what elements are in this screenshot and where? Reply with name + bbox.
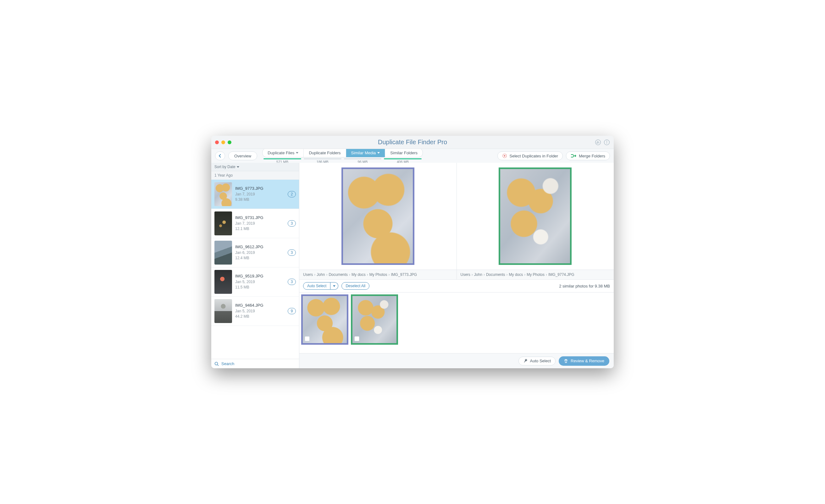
preview-image-right — [499, 167, 572, 265]
footer-auto-select-label: Auto Select — [530, 358, 551, 363]
tab-similar-folders[interactable]: Similar Folders — [385, 148, 423, 157]
wand-icon — [523, 359, 528, 363]
search-placeholder: Search — [221, 361, 234, 366]
back-button[interactable] — [215, 152, 225, 160]
file-size: 9.38 MB — [235, 197, 285, 202]
list-thumb — [214, 241, 232, 265]
review-remove-button[interactable]: Review & Remove — [559, 356, 609, 366]
zoom-window-icon[interactable] — [228, 141, 231, 144]
crumb[interactable]: My docs — [509, 272, 523, 277]
merge-folders-button[interactable]: Merge Folders — [566, 152, 610, 160]
preview-left[interactable] — [299, 163, 457, 270]
crumb[interactable]: My Photos — [369, 272, 387, 277]
breadcrumb-right[interactable]: Users›John›Documents›My docs›My Photos›I… — [457, 270, 614, 279]
auto-select-split: Auto Select — [303, 282, 338, 290]
similar-thumb[interactable] — [351, 295, 398, 345]
overview-button[interactable]: Overview — [228, 152, 257, 160]
svg-point-6 — [215, 362, 218, 365]
search-field[interactable]: Search — [211, 359, 299, 368]
svg-line-7 — [218, 365, 219, 366]
count-badge: 3 — [288, 220, 296, 227]
count-badge: 9 — [288, 308, 296, 314]
footer-auto-select-button[interactable]: Auto Select — [518, 357, 556, 365]
rss-icon[interactable] — [595, 139, 601, 146]
deselect-all-button[interactable]: Deselect All — [342, 282, 369, 290]
main-area: Sort by Date 1 Year Ago IMG_9773.JPGJan … — [211, 163, 614, 368]
selection-summary: 2 similar photos for 9.38 MB — [559, 284, 610, 288]
thumb-checkbox[interactable] — [305, 336, 310, 341]
chevron-down-icon — [237, 166, 239, 168]
file-name: IMG_9773.JPG — [235, 186, 285, 192]
crumb-sep: › — [326, 272, 327, 277]
crumb[interactable]: IMG_9773.JPG — [391, 272, 417, 277]
crumb-sep: › — [546, 272, 547, 277]
tab-label: Duplicate Files — [268, 151, 294, 155]
info-icon[interactable] — [604, 139, 610, 146]
auto-select-button[interactable]: Auto Select — [303, 282, 330, 290]
selection-actions: Auto Select Deselect All 2 similar photo… — [299, 280, 614, 292]
list-item[interactable]: IMG_9731.JPGJan 7, 201912.1 MB3 — [211, 209, 299, 238]
chevron-down-icon — [296, 152, 298, 154]
file-list[interactable]: IMG_9773.JPGJan 7, 20199.38 MB2IMG_9731.… — [211, 180, 299, 359]
file-name: IMG_9612.JPG — [235, 244, 285, 250]
crumb[interactable]: Users — [461, 272, 470, 277]
tab-duplicate-files[interactable]: Duplicate Files — [262, 148, 304, 157]
minimize-window-icon[interactable] — [221, 141, 225, 144]
chevron-down-icon — [333, 285, 335, 287]
list-item-info: IMG_9519.JPGJan 5, 201911.5 MB — [235, 273, 285, 290]
search-icon — [214, 362, 219, 366]
close-window-icon[interactable] — [215, 141, 219, 144]
window-controls — [215, 141, 231, 144]
svg-point-3 — [606, 141, 607, 141]
crumb[interactable]: My Photos — [527, 272, 544, 277]
select-duplicates-label: Select Duplicates in Folder — [510, 154, 558, 158]
tab-duplicate-folders[interactable]: Duplicate Folders — [304, 148, 346, 157]
crumb-sep: › — [524, 272, 525, 277]
file-name: IMG_9519.JPG — [235, 273, 285, 279]
select-duplicates-button[interactable]: Select Duplicates in Folder — [498, 152, 563, 160]
thumb-checkbox[interactable] — [354, 336, 359, 341]
crumb-sep: › — [483, 272, 485, 277]
crumb-sep: › — [367, 272, 368, 277]
footer: Auto Select Review & Remove — [299, 353, 614, 368]
list-item[interactable]: IMG_9612.JPGJan 6, 201912.4 MB3 — [211, 238, 299, 267]
svg-point-0 — [596, 140, 601, 145]
list-item[interactable]: IMG_9773.JPGJan 7, 20199.38 MB2 — [211, 180, 299, 209]
crumb[interactable]: Documents — [328, 272, 348, 277]
tab-similar-media[interactable]: Similar Media — [346, 148, 385, 157]
preview-row — [299, 163, 614, 270]
preview-right[interactable] — [457, 163, 614, 270]
titlebar: Duplicate File Finder Pro — [211, 136, 614, 149]
crumb[interactable]: John — [474, 272, 482, 277]
tab-label: Duplicate Folders — [309, 151, 341, 155]
count-badge: 3 — [288, 279, 296, 285]
file-date: Jan 7, 2019 — [235, 192, 285, 197]
list-item[interactable]: IMG_9519.JPGJan 5, 201911.5 MB3 — [211, 267, 299, 297]
sort-dropdown[interactable]: Sort by Date — [211, 163, 299, 171]
crumb[interactable]: Documents — [486, 272, 505, 277]
crumb-sep: › — [349, 272, 350, 277]
crumb-sep: › — [472, 272, 473, 277]
crumb[interactable]: John — [317, 272, 325, 277]
similar-thumb[interactable] — [301, 295, 348, 345]
breadcrumb-row: Users›John›Documents›My docs›My Photos›I… — [299, 270, 614, 280]
file-size: 12.4 MB — [235, 255, 285, 261]
list-item-info: IMG_9464.JPGJan 5, 201944.2 MB — [235, 303, 285, 320]
file-date: Jan 6, 2019 — [235, 250, 285, 255]
file-size: 12.1 MB — [235, 226, 285, 232]
crumb[interactable]: My docs — [352, 272, 366, 277]
target-icon — [502, 153, 507, 158]
auto-select-menu[interactable] — [330, 282, 338, 290]
file-size: 44.2 MB — [235, 314, 285, 319]
list-item-info: IMG_9612.JPGJan 6, 201912.4 MB — [235, 244, 285, 261]
list-item[interactable]: IMG_9464.JPGJan 5, 201944.2 MB9 — [211, 297, 299, 326]
crumb[interactable]: Users — [303, 272, 313, 277]
crumb-sep: › — [388, 272, 389, 277]
app-window: Duplicate File Finder Pro Overview Dupli… — [211, 136, 614, 368]
count-badge: 3 — [288, 249, 296, 256]
crumb[interactable]: IMG_9774.JPG — [548, 272, 575, 277]
file-date: Jan 7, 2019 — [235, 221, 285, 226]
similar-thumbnails — [299, 292, 614, 353]
detail-panel: Users›John›Documents›My docs›My Photos›I… — [299, 163, 614, 368]
breadcrumb-left[interactable]: Users›John›Documents›My docs›My Photos›I… — [299, 270, 457, 279]
